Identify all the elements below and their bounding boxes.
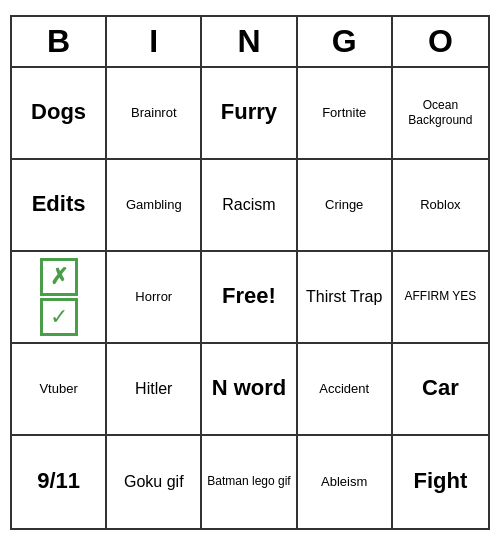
bingo-cell-17: N word (202, 344, 297, 436)
bingo-cell-12: Free! (202, 252, 297, 344)
cell-text-7: Racism (222, 195, 275, 214)
bingo-cell-11: Horror (107, 252, 202, 344)
bingo-cell-0: Dogs (12, 68, 107, 160)
bingo-cell-15: Vtuber (12, 344, 107, 436)
cell-text-5: Edits (32, 191, 86, 217)
cell-text-6: Gambling (126, 197, 182, 213)
bingo-cell-21: Goku gif (107, 436, 202, 528)
bingo-cell-23: Ableism (298, 436, 393, 528)
cell-text-3: Fortnite (322, 105, 366, 121)
bingo-cell-13: Thirst Trap (298, 252, 393, 344)
cell-text-18: Accident (319, 381, 369, 397)
checkbox-check: ✓ (40, 298, 78, 336)
bingo-cell-7: Racism (202, 160, 297, 252)
bingo-card: B I N G O DogsBrainrotFurryFortniteOcean… (10, 15, 490, 530)
free-cell: ✗ ✓ (40, 258, 78, 336)
bingo-cell-14: AFFIRM YES (393, 252, 488, 344)
cell-text-23: Ableism (321, 474, 367, 490)
bingo-cell-20: 9/11 (12, 436, 107, 528)
bingo-cell-19: Car (393, 344, 488, 436)
cell-text-24: Fight (414, 468, 468, 494)
header-b: B (12, 17, 107, 66)
header-n: N (202, 17, 297, 66)
bingo-cell-1: Brainrot (107, 68, 202, 160)
bingo-cell-5: Edits (12, 160, 107, 252)
bingo-cell-10: ✗ ✓ (12, 252, 107, 344)
bingo-cell-24: Fight (393, 436, 488, 528)
cell-text-4: Ocean Background (397, 98, 484, 127)
cell-text-14: AFFIRM YES (404, 289, 476, 303)
cell-text-13: Thirst Trap (306, 287, 382, 306)
bingo-grid: DogsBrainrotFurryFortniteOcean Backgroun… (12, 68, 488, 528)
bingo-cell-2: Furry (202, 68, 297, 160)
cell-text-22: Batman lego gif (207, 474, 290, 488)
bingo-cell-3: Fortnite (298, 68, 393, 160)
bingo-cell-22: Batman lego gif (202, 436, 297, 528)
cell-text-15: Vtuber (39, 381, 77, 397)
bingo-cell-18: Accident (298, 344, 393, 436)
cell-text-9: Roblox (420, 197, 460, 213)
header-i: I (107, 17, 202, 66)
bingo-cell-6: Gambling (107, 160, 202, 252)
bingo-cell-8: Cringe (298, 160, 393, 252)
bingo-cell-9: Roblox (393, 160, 488, 252)
bingo-cell-16: Hitler (107, 344, 202, 436)
cell-text-17: N word (212, 375, 287, 401)
bingo-header: B I N G O (12, 17, 488, 68)
cell-text-11: Horror (135, 289, 172, 305)
cell-text-19: Car (422, 375, 459, 401)
checkbox-x: ✗ (40, 258, 78, 296)
cell-text-12: Free! (222, 283, 276, 309)
cell-text-2: Furry (221, 99, 277, 125)
header-g: G (298, 17, 393, 66)
bingo-cell-4: Ocean Background (393, 68, 488, 160)
cell-text-8: Cringe (325, 197, 363, 213)
cell-text-21: Goku gif (124, 472, 184, 491)
cell-text-1: Brainrot (131, 105, 177, 121)
cell-text-20: 9/11 (37, 468, 80, 494)
header-o: O (393, 17, 488, 66)
cell-text-16: Hitler (135, 379, 172, 398)
cell-text-0: Dogs (31, 99, 86, 125)
